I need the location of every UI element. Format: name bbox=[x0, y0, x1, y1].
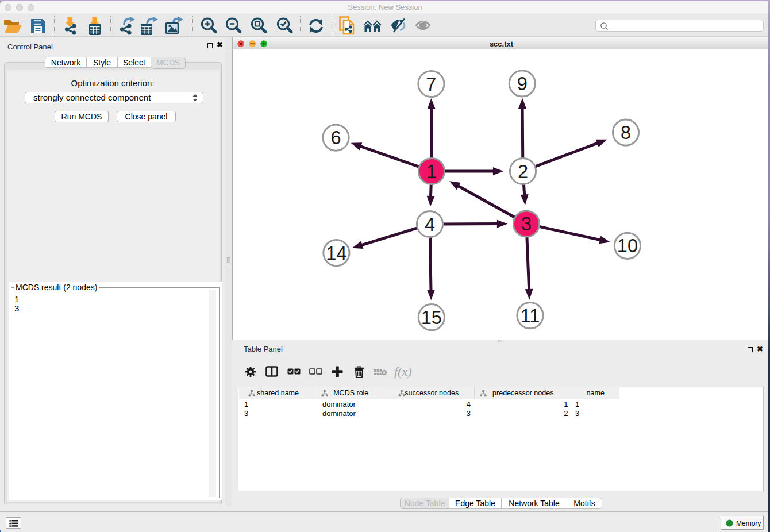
svg-text:14: 14 bbox=[326, 243, 346, 264]
svg-text:3: 3 bbox=[521, 214, 532, 234]
svg-text:4: 4 bbox=[425, 214, 435, 235]
svg-text:9: 9 bbox=[517, 74, 528, 94]
svg-text:8: 8 bbox=[621, 122, 631, 143]
svg-text:6: 6 bbox=[330, 128, 341, 148]
svg-text:1: 1 bbox=[426, 161, 437, 182]
svg-text:15: 15 bbox=[421, 307, 442, 328]
svg-text:10: 10 bbox=[617, 236, 638, 256]
svg-text:11: 11 bbox=[521, 306, 540, 326]
svg-text:7: 7 bbox=[426, 74, 436, 95]
svg-text:2: 2 bbox=[518, 161, 528, 182]
